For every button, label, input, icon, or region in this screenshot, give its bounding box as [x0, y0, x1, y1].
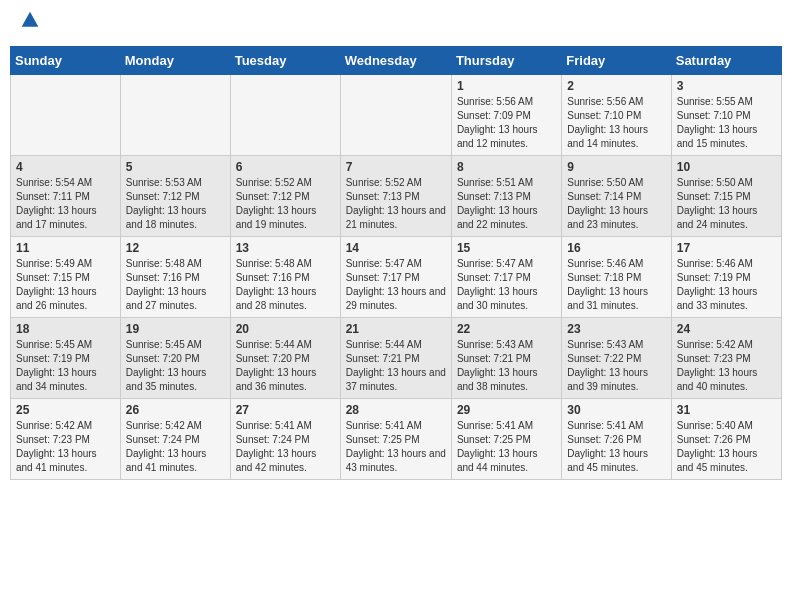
- page-header: [10, 10, 782, 38]
- day-cell: [230, 75, 340, 156]
- day-cell: 25Sunrise: 5:42 AMSunset: 7:23 PMDayligh…: [11, 399, 121, 480]
- column-header-monday: Monday: [120, 47, 230, 75]
- day-info: Sunrise: 5:54 AMSunset: 7:11 PMDaylight:…: [16, 176, 115, 232]
- day-info: Sunrise: 5:48 AMSunset: 7:16 PMDaylight:…: [126, 257, 225, 313]
- day-cell: [120, 75, 230, 156]
- day-cell: 21Sunrise: 5:44 AMSunset: 7:21 PMDayligh…: [340, 318, 451, 399]
- day-number: 17: [677, 241, 776, 255]
- day-cell: 8Sunrise: 5:51 AMSunset: 7:13 PMDaylight…: [451, 156, 561, 237]
- day-number: 29: [457, 403, 556, 417]
- day-info: Sunrise: 5:55 AMSunset: 7:10 PMDaylight:…: [677, 95, 776, 151]
- column-header-tuesday: Tuesday: [230, 47, 340, 75]
- day-cell: 24Sunrise: 5:42 AMSunset: 7:23 PMDayligh…: [671, 318, 781, 399]
- day-number: 18: [16, 322, 115, 336]
- day-info: Sunrise: 5:44 AMSunset: 7:20 PMDaylight:…: [236, 338, 335, 394]
- day-number: 11: [16, 241, 115, 255]
- week-row-5: 25Sunrise: 5:42 AMSunset: 7:23 PMDayligh…: [11, 399, 782, 480]
- column-header-friday: Friday: [562, 47, 671, 75]
- day-info: Sunrise: 5:49 AMSunset: 7:15 PMDaylight:…: [16, 257, 115, 313]
- day-info: Sunrise: 5:47 AMSunset: 7:17 PMDaylight:…: [346, 257, 446, 313]
- day-number: 7: [346, 160, 446, 174]
- day-info: Sunrise: 5:52 AMSunset: 7:13 PMDaylight:…: [346, 176, 446, 232]
- day-cell: 23Sunrise: 5:43 AMSunset: 7:22 PMDayligh…: [562, 318, 671, 399]
- day-info: Sunrise: 5:41 AMSunset: 7:25 PMDaylight:…: [346, 419, 446, 475]
- day-number: 22: [457, 322, 556, 336]
- day-number: 16: [567, 241, 665, 255]
- week-row-3: 11Sunrise: 5:49 AMSunset: 7:15 PMDayligh…: [11, 237, 782, 318]
- day-cell: 29Sunrise: 5:41 AMSunset: 7:25 PMDayligh…: [451, 399, 561, 480]
- day-number: 24: [677, 322, 776, 336]
- day-number: 14: [346, 241, 446, 255]
- day-cell: [11, 75, 121, 156]
- day-info: Sunrise: 5:50 AMSunset: 7:14 PMDaylight:…: [567, 176, 665, 232]
- day-info: Sunrise: 5:41 AMSunset: 7:25 PMDaylight:…: [457, 419, 556, 475]
- day-number: 13: [236, 241, 335, 255]
- day-number: 31: [677, 403, 776, 417]
- day-info: Sunrise: 5:43 AMSunset: 7:22 PMDaylight:…: [567, 338, 665, 394]
- day-cell: 3Sunrise: 5:55 AMSunset: 7:10 PMDaylight…: [671, 75, 781, 156]
- day-info: Sunrise: 5:45 AMSunset: 7:19 PMDaylight:…: [16, 338, 115, 394]
- day-cell: 22Sunrise: 5:43 AMSunset: 7:21 PMDayligh…: [451, 318, 561, 399]
- day-info: Sunrise: 5:41 AMSunset: 7:26 PMDaylight:…: [567, 419, 665, 475]
- day-number: 28: [346, 403, 446, 417]
- day-info: Sunrise: 5:51 AMSunset: 7:13 PMDaylight:…: [457, 176, 556, 232]
- day-info: Sunrise: 5:53 AMSunset: 7:12 PMDaylight:…: [126, 176, 225, 232]
- day-number: 1: [457, 79, 556, 93]
- day-cell: 5Sunrise: 5:53 AMSunset: 7:12 PMDaylight…: [120, 156, 230, 237]
- day-info: Sunrise: 5:42 AMSunset: 7:24 PMDaylight:…: [126, 419, 225, 475]
- day-number: 21: [346, 322, 446, 336]
- day-info: Sunrise: 5:44 AMSunset: 7:21 PMDaylight:…: [346, 338, 446, 394]
- day-info: Sunrise: 5:48 AMSunset: 7:16 PMDaylight:…: [236, 257, 335, 313]
- day-cell: 20Sunrise: 5:44 AMSunset: 7:20 PMDayligh…: [230, 318, 340, 399]
- day-info: Sunrise: 5:45 AMSunset: 7:20 PMDaylight:…: [126, 338, 225, 394]
- day-info: Sunrise: 5:52 AMSunset: 7:12 PMDaylight:…: [236, 176, 335, 232]
- day-number: 27: [236, 403, 335, 417]
- day-info: Sunrise: 5:40 AMSunset: 7:26 PMDaylight:…: [677, 419, 776, 475]
- day-info: Sunrise: 5:43 AMSunset: 7:21 PMDaylight:…: [457, 338, 556, 394]
- day-cell: 6Sunrise: 5:52 AMSunset: 7:12 PMDaylight…: [230, 156, 340, 237]
- day-cell: 9Sunrise: 5:50 AMSunset: 7:14 PMDaylight…: [562, 156, 671, 237]
- day-number: 12: [126, 241, 225, 255]
- day-cell: 16Sunrise: 5:46 AMSunset: 7:18 PMDayligh…: [562, 237, 671, 318]
- day-number: 10: [677, 160, 776, 174]
- day-number: 2: [567, 79, 665, 93]
- day-number: 9: [567, 160, 665, 174]
- day-cell: 14Sunrise: 5:47 AMSunset: 7:17 PMDayligh…: [340, 237, 451, 318]
- day-cell: 7Sunrise: 5:52 AMSunset: 7:13 PMDaylight…: [340, 156, 451, 237]
- day-info: Sunrise: 5:56 AMSunset: 7:09 PMDaylight:…: [457, 95, 556, 151]
- day-number: 15: [457, 241, 556, 255]
- day-number: 3: [677, 79, 776, 93]
- day-number: 26: [126, 403, 225, 417]
- day-number: 23: [567, 322, 665, 336]
- day-cell: 4Sunrise: 5:54 AMSunset: 7:11 PMDaylight…: [11, 156, 121, 237]
- day-cell: 30Sunrise: 5:41 AMSunset: 7:26 PMDayligh…: [562, 399, 671, 480]
- day-number: 19: [126, 322, 225, 336]
- day-info: Sunrise: 5:46 AMSunset: 7:19 PMDaylight:…: [677, 257, 776, 313]
- day-cell: [340, 75, 451, 156]
- day-info: Sunrise: 5:42 AMSunset: 7:23 PMDaylight:…: [16, 419, 115, 475]
- day-cell: 18Sunrise: 5:45 AMSunset: 7:19 PMDayligh…: [11, 318, 121, 399]
- column-header-saturday: Saturday: [671, 47, 781, 75]
- day-info: Sunrise: 5:50 AMSunset: 7:15 PMDaylight:…: [677, 176, 776, 232]
- logo-icon: [20, 10, 40, 30]
- day-number: 25: [16, 403, 115, 417]
- week-row-1: 1Sunrise: 5:56 AMSunset: 7:09 PMDaylight…: [11, 75, 782, 156]
- day-number: 5: [126, 160, 225, 174]
- calendar-header-row: SundayMondayTuesdayWednesdayThursdayFrid…: [11, 47, 782, 75]
- day-info: Sunrise: 5:46 AMSunset: 7:18 PMDaylight:…: [567, 257, 665, 313]
- day-cell: 31Sunrise: 5:40 AMSunset: 7:26 PMDayligh…: [671, 399, 781, 480]
- day-info: Sunrise: 5:56 AMSunset: 7:10 PMDaylight:…: [567, 95, 665, 151]
- day-cell: 13Sunrise: 5:48 AMSunset: 7:16 PMDayligh…: [230, 237, 340, 318]
- day-info: Sunrise: 5:41 AMSunset: 7:24 PMDaylight:…: [236, 419, 335, 475]
- column-header-wednesday: Wednesday: [340, 47, 451, 75]
- day-number: 30: [567, 403, 665, 417]
- day-number: 8: [457, 160, 556, 174]
- svg-marker-0: [22, 12, 39, 27]
- day-cell: 10Sunrise: 5:50 AMSunset: 7:15 PMDayligh…: [671, 156, 781, 237]
- day-number: 4: [16, 160, 115, 174]
- logo: [18, 14, 40, 34]
- day-cell: 19Sunrise: 5:45 AMSunset: 7:20 PMDayligh…: [120, 318, 230, 399]
- day-cell: 12Sunrise: 5:48 AMSunset: 7:16 PMDayligh…: [120, 237, 230, 318]
- day-cell: 27Sunrise: 5:41 AMSunset: 7:24 PMDayligh…: [230, 399, 340, 480]
- day-cell: 11Sunrise: 5:49 AMSunset: 7:15 PMDayligh…: [11, 237, 121, 318]
